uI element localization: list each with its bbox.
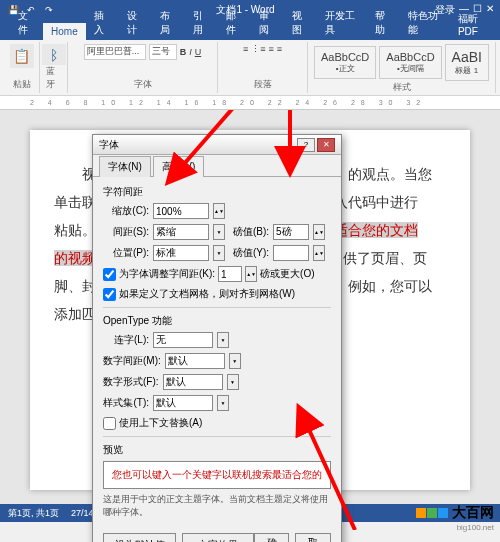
align-center-icon[interactable]: ≡ bbox=[277, 44, 282, 54]
redo-icon[interactable]: ↷ bbox=[42, 3, 56, 17]
italic-icon[interactable]: I bbox=[189, 47, 192, 57]
tab-dev[interactable]: 开发工具 bbox=[317, 6, 367, 40]
ribbon-tabs: 文件 Home 插入 设计 布局 引用 邮件 审阅 视图 开发工具 帮助 特色功… bbox=[0, 20, 500, 40]
cancel-button[interactable]: 取消 bbox=[295, 533, 331, 542]
tab-references[interactable]: 引用 bbox=[185, 6, 218, 40]
scale-spinner[interactable]: ▲▼ bbox=[213, 203, 225, 219]
ligature-dropdown-icon[interactable]: ▼ bbox=[217, 332, 229, 348]
bt-label: 蓝牙 bbox=[46, 65, 61, 91]
tab-insert[interactable]: 插入 bbox=[86, 6, 119, 40]
text-effects-button[interactable]: 文字效果(E)... bbox=[182, 533, 253, 542]
dialog-tab-advanced[interactable]: 高级(V) bbox=[153, 156, 204, 177]
kerning-spinner[interactable]: ▲▼ bbox=[245, 266, 257, 282]
tab-view[interactable]: 视图 bbox=[284, 6, 317, 40]
dialog-close-icon[interactable]: ✕ bbox=[317, 138, 335, 152]
bluetooth-icon[interactable]: ᛒ bbox=[42, 44, 66, 65]
spacing-pt-spinner[interactable]: ▲▼ bbox=[313, 224, 325, 240]
font-size-select[interactable]: 三号 bbox=[149, 44, 177, 60]
position-pt-input[interactable] bbox=[273, 245, 309, 261]
paste-icon[interactable]: 📋 bbox=[10, 44, 34, 68]
align-left-icon[interactable]: ≡ bbox=[269, 44, 274, 54]
watermark-text: 大百网 bbox=[452, 504, 494, 522]
status-page[interactable]: 第1页, 共1页 bbox=[8, 507, 59, 520]
font-name-select[interactable]: 阿里巴巴普... bbox=[84, 44, 146, 60]
tab-mailings[interactable]: 邮件 bbox=[218, 6, 251, 40]
dialog-help-icon[interactable]: ? bbox=[297, 138, 315, 152]
bullets-icon[interactable]: ≡ bbox=[243, 44, 248, 54]
style-nospacing[interactable]: AaBbCcD•无间隔 bbox=[379, 46, 441, 79]
grid-checkbox[interactable] bbox=[103, 288, 116, 301]
position-dropdown-icon[interactable]: ▼ bbox=[213, 245, 225, 261]
kerning-unit: 磅或更大(O) bbox=[260, 267, 314, 281]
style-normal[interactable]: AaBbCcD•正文 bbox=[314, 46, 376, 79]
kerning-checkbox[interactable] bbox=[103, 268, 116, 281]
styleset-select[interactable] bbox=[153, 395, 213, 411]
tab-help[interactable]: 帮助 bbox=[367, 6, 400, 40]
numform-select[interactable] bbox=[163, 374, 223, 390]
scale-label: 缩放(C): bbox=[103, 204, 149, 218]
dialog-title: 字体 bbox=[99, 138, 119, 152]
ok-button[interactable]: 确定 bbox=[254, 533, 290, 542]
position-pt-label: 磅值(Y): bbox=[229, 246, 269, 260]
group-font-label: 字体 bbox=[134, 78, 152, 91]
spacing-pt-input[interactable] bbox=[273, 224, 309, 240]
kerning-input[interactable] bbox=[218, 266, 242, 282]
section-preview-label: 预览 bbox=[103, 443, 331, 457]
tab-file[interactable]: 文件 bbox=[10, 6, 43, 40]
paste-label: 粘贴 bbox=[13, 78, 31, 91]
scale-input[interactable] bbox=[153, 203, 209, 219]
font-dialog: 字体 ? ✕ 字体(N) 高级(V) 字符间距 缩放(C): ▲▼ 间距(S):… bbox=[92, 134, 342, 542]
spacing-label: 间距(S): bbox=[103, 225, 149, 239]
ligature-select[interactable] bbox=[153, 332, 213, 348]
numspace-select[interactable] bbox=[165, 353, 225, 369]
spacing-pt-label: 磅值(B): bbox=[229, 225, 269, 239]
underline-icon[interactable]: U bbox=[195, 47, 202, 57]
dialog-tab-font[interactable]: 字体(N) bbox=[99, 156, 151, 177]
preview-note: 这是用于中文的正文主题字体。当前文档主题定义将使用哪种字体。 bbox=[103, 493, 331, 519]
spacing-select[interactable] bbox=[153, 224, 209, 240]
context-checkbox[interactable] bbox=[103, 417, 116, 430]
dialog-titlebar[interactable]: 字体 ? ✕ bbox=[93, 135, 341, 155]
preview-box: 您也可以键入一个关键字以联机搜索最适合您的 bbox=[103, 461, 331, 489]
context-label: 使用上下文替换(A) bbox=[119, 416, 202, 430]
kerning-label: 为字体调整字间距(K): bbox=[119, 267, 215, 281]
ribbon: 📋 粘贴 ᛒ 蓝牙 阿里巴巴普... 三号 B I U 字体 ≡ ⋮≡ ≡ ≡ … bbox=[0, 40, 500, 96]
tab-home[interactable]: Home bbox=[43, 23, 86, 40]
numform-label: 数字形式(F): bbox=[103, 375, 159, 389]
tab-review[interactable]: 审阅 bbox=[251, 6, 284, 40]
set-default-button[interactable]: 设为默认值(D) bbox=[103, 533, 176, 542]
group-para-label: 段落 bbox=[254, 78, 272, 91]
styleset-label: 样式集(T): bbox=[103, 396, 149, 410]
section-spacing-label: 字符间距 bbox=[103, 185, 331, 199]
tab-special[interactable]: 特色功能 bbox=[400, 6, 450, 40]
spacing-dropdown-icon[interactable]: ▼ bbox=[213, 224, 225, 240]
position-pt-spinner[interactable]: ▲▼ bbox=[313, 245, 325, 261]
tab-pdf[interactable]: 福昕PDF bbox=[450, 9, 500, 40]
ligature-label: 连字(L): bbox=[103, 333, 149, 347]
style-heading1[interactable]: AaBI标题 1 bbox=[445, 44, 489, 81]
watermark-url: big100.net bbox=[457, 523, 494, 532]
page-area: 视频提供了一种强大的方式来帮助您证明您的观点。当您 单击联机视频时，可以在想要添… bbox=[0, 110, 500, 510]
group-style-label: 样式 bbox=[393, 81, 411, 94]
numspace-label: 数字间距(M): bbox=[103, 354, 161, 368]
numbering-icon[interactable]: ⋮≡ bbox=[251, 44, 265, 54]
tab-design[interactable]: 设计 bbox=[119, 6, 152, 40]
styleset-dropdown-icon[interactable]: ▼ bbox=[217, 395, 229, 411]
watermark-logo-icon bbox=[416, 508, 448, 518]
numspace-dropdown-icon[interactable]: ▼ bbox=[229, 353, 241, 369]
section-opentype-label: OpenType 功能 bbox=[103, 314, 331, 328]
ruler[interactable]: 2 4 6 8 10 12 14 16 18 20 22 24 26 28 30… bbox=[0, 96, 500, 110]
bold-icon[interactable]: B bbox=[180, 47, 187, 57]
numform-dropdown-icon[interactable]: ▼ bbox=[227, 374, 239, 390]
grid-label: 如果定义了文档网格，则对齐到网格(W) bbox=[119, 287, 295, 301]
position-select[interactable] bbox=[153, 245, 209, 261]
watermark: 大百网 big100.net bbox=[416, 504, 494, 522]
tab-layout[interactable]: 布局 bbox=[152, 6, 185, 40]
position-label: 位置(P): bbox=[103, 246, 149, 260]
